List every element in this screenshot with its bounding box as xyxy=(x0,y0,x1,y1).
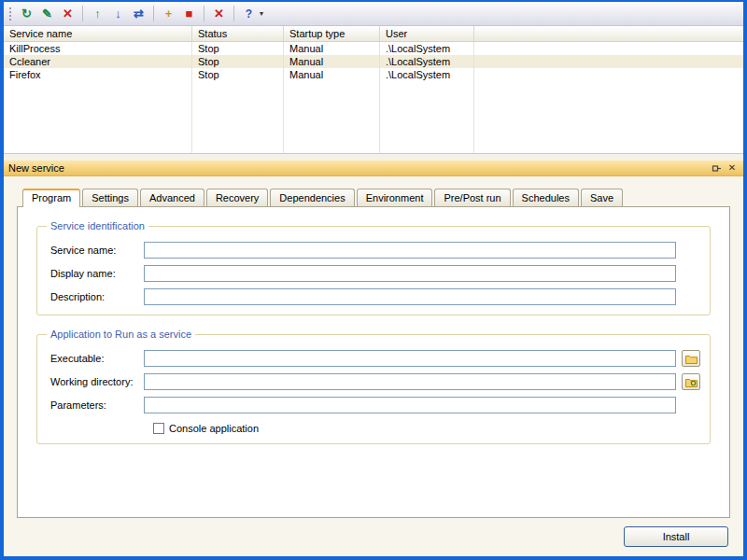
field-button-zone xyxy=(676,373,700,390)
cell-startup-type: Manual xyxy=(284,68,380,81)
copy-service-icon[interactable]: ⇄ xyxy=(129,4,148,23)
field-row: Working directory: xyxy=(50,373,700,390)
field-row: Executable: xyxy=(50,350,700,367)
table-row[interactable]: Firefox Stop Manual .\LocalSystem xyxy=(4,68,743,81)
service-list-header: Service name Status Startup type User xyxy=(4,26,743,42)
tab-save[interactable]: Save xyxy=(581,189,623,206)
cell-startup-type: Manual xyxy=(284,55,380,68)
column-divider xyxy=(191,42,192,153)
browse-executable-button[interactable] xyxy=(682,350,700,367)
stop-database-icon[interactable]: ■ xyxy=(179,4,199,23)
tab-settings[interactable]: Settings xyxy=(82,189,138,206)
description-label: Description: xyxy=(50,291,144,302)
cell-user: .\LocalSystem xyxy=(380,55,474,68)
console-application-row: Console application xyxy=(153,423,700,434)
toolbar-dropdown-icon[interactable]: ▾ xyxy=(260,9,268,18)
field-button-zone xyxy=(676,350,700,367)
field-row: Service name: xyxy=(50,242,700,259)
tab-dependencies[interactable]: Dependencies xyxy=(270,189,354,206)
edit-service-icon[interactable]: ✎ xyxy=(37,4,57,23)
toolbar-grip[interactable] xyxy=(8,7,12,21)
field-row: Description: xyxy=(50,288,700,305)
column-header-user[interactable]: User xyxy=(380,26,474,41)
new-service-panel: Program Settings Advanced Recovery Depen… xyxy=(4,176,743,556)
service-name-label: Service name: xyxy=(50,245,144,256)
export-service-icon[interactable]: ↓ xyxy=(108,4,128,23)
tab-strip: Program Settings Advanced Recovery Depen… xyxy=(4,176,743,206)
splitter[interactable] xyxy=(4,153,743,161)
group-title: Application to Run as a service xyxy=(47,329,195,340)
executable-input[interactable] xyxy=(144,350,676,367)
tab-recovery[interactable]: Recovery xyxy=(206,189,268,206)
column-header-filler xyxy=(474,26,743,41)
executable-label: Executable: xyxy=(50,353,144,364)
working-directory-input[interactable] xyxy=(144,373,676,390)
tab-environment[interactable]: Environment xyxy=(357,189,433,206)
column-divider xyxy=(379,42,380,153)
cell-status: Stop xyxy=(192,42,284,55)
cell-user: .\LocalSystem xyxy=(380,68,474,81)
folder-icon xyxy=(685,354,698,364)
cell-status: Stop xyxy=(192,55,284,68)
tab-schedules[interactable]: Schedules xyxy=(513,189,579,206)
service-list: Service name Status Startup type User Ki… xyxy=(4,26,743,153)
app-window: ↻ ✎ ✕ ↑ ↓ ⇄ + ■ ✕ ? ▾ Service name Statu… xyxy=(0,0,747,560)
delete-service-icon[interactable]: ✕ xyxy=(58,4,78,23)
main-toolbar: ↻ ✎ ✕ ↑ ↓ ⇄ + ■ ✕ ? ▾ xyxy=(4,2,743,26)
pin-icon[interactable] xyxy=(710,162,723,175)
cell-user: .\LocalSystem xyxy=(380,42,474,55)
browse-directory-button[interactable] xyxy=(682,373,700,390)
cell-service-name: Firefox xyxy=(4,68,192,81)
column-header-status[interactable]: Status xyxy=(192,26,284,41)
console-application-label: Console application xyxy=(169,423,259,434)
table-row[interactable]: KillProcess Stop Manual .\LocalSystem xyxy=(4,42,743,55)
field-row: Parameters: xyxy=(50,397,700,413)
tab-pre-post-run[interactable]: Pre/Post run xyxy=(434,189,510,206)
help-icon[interactable]: ? xyxy=(239,4,259,23)
panel-title: New service xyxy=(8,162,707,174)
group-application-to-run: Application to Run as a service Executab… xyxy=(36,329,711,444)
display-name-input[interactable] xyxy=(144,265,676,282)
panel-caption: New service ✕ xyxy=(4,161,743,176)
cell-status: Stop xyxy=(192,68,284,81)
toolbar-separator xyxy=(82,6,83,21)
install-service-icon[interactable]: ↑ xyxy=(88,4,107,23)
group-title: Service identification xyxy=(47,220,148,231)
column-header-service-name[interactable]: Service name xyxy=(4,26,192,41)
table-row-selected[interactable]: Ccleaner Stop Manual .\LocalSystem xyxy=(4,55,743,68)
description-input[interactable] xyxy=(144,288,676,305)
folder-search-icon xyxy=(685,377,698,387)
toolbar-separator xyxy=(153,6,154,21)
group-service-identification: Service identification Service name: Dis… xyxy=(36,220,711,315)
service-name-input[interactable] xyxy=(144,242,676,259)
cell-service-name: Ccleaner xyxy=(4,55,192,68)
tab-program[interactable]: Program xyxy=(22,189,80,207)
toolbar-separator xyxy=(233,6,234,21)
add-key-icon[interactable]: + xyxy=(159,4,178,23)
toolbar-separator xyxy=(204,6,204,21)
window-content: ↻ ✎ ✕ ↑ ↓ ⇄ + ■ ✕ ? ▾ Service name Statu… xyxy=(4,2,743,556)
remove-database-icon[interactable]: ✕ xyxy=(209,4,229,23)
cell-service-name: KillProcess xyxy=(4,42,192,55)
column-header-startup-type[interactable]: Startup type xyxy=(284,26,380,41)
cell-startup-type: Manual xyxy=(284,42,380,55)
tab-advanced[interactable]: Advanced xyxy=(140,189,204,206)
working-directory-label: Working directory: xyxy=(50,376,144,387)
console-application-checkbox[interactable] xyxy=(153,423,164,434)
parameters-label: Parameters: xyxy=(50,399,144,411)
display-name-label: Display name: xyxy=(50,268,144,279)
column-divider xyxy=(283,42,284,153)
close-icon[interactable]: ✕ xyxy=(726,162,739,175)
install-button[interactable]: Install xyxy=(624,526,728,547)
start-service-icon[interactable]: ↻ xyxy=(17,4,36,23)
field-row: Display name: xyxy=(50,265,700,282)
parameters-input[interactable] xyxy=(144,397,676,413)
column-divider xyxy=(473,42,474,153)
tab-page-program: Service identification Service name: Dis… xyxy=(17,206,730,518)
